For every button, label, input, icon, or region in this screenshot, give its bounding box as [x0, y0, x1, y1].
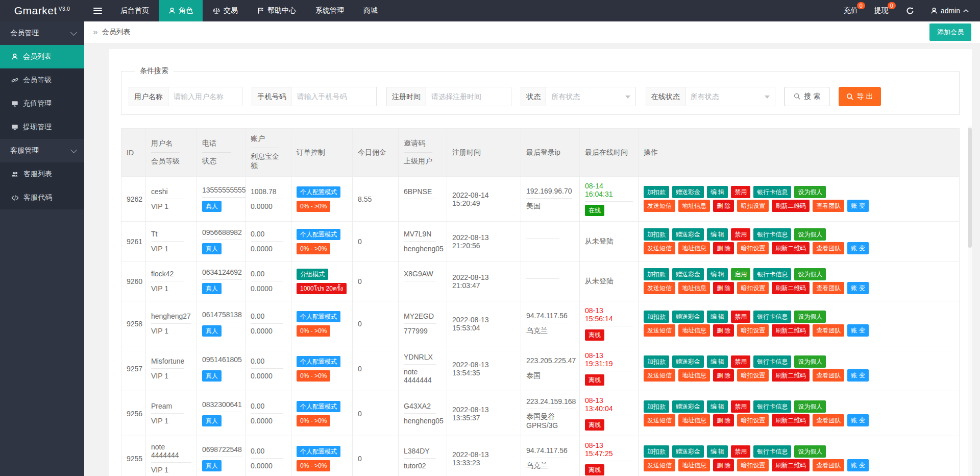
action-gift-bonus[interactable]: 赠送彩金 [672, 268, 704, 280]
action-gift-bonus[interactable]: 赠送彩金 [672, 400, 704, 413]
nav-item-dashboard[interactable]: 后台首页 [111, 0, 159, 21]
nav-item-mall[interactable]: 商城 [354, 0, 387, 21]
action-adjust-balance[interactable]: 加扣款 [644, 186, 669, 198]
action-refresh-qrcode[interactable]: 刷新二维码 [772, 369, 810, 382]
action-send-sms[interactable]: 发送短信 [644, 459, 675, 471]
action-account-change[interactable]: 账 变 [847, 369, 868, 382]
sidebar-item-member-list[interactable]: 会员列表 [0, 45, 84, 68]
action-set-fake-user[interactable]: 设为假人 [794, 186, 826, 198]
username-filter-input[interactable] [168, 87, 242, 106]
action-delete[interactable]: 删 除 [713, 282, 734, 294]
action-bank-card-info[interactable]: 银行卡信息 [753, 355, 791, 368]
action-toggle-status[interactable]: 禁用 [731, 311, 750, 323]
action-gift-bonus[interactable]: 赠送彩金 [672, 311, 704, 323]
action-delete[interactable]: 删 除 [713, 242, 734, 254]
sidebar-item-member-level[interactable]: 会员等级 [0, 68, 84, 92]
table-scrollbar[interactable] [968, 126, 972, 476]
action-gift-bonus[interactable]: 赠送彩金 [672, 186, 704, 198]
sidebar-item-service-code[interactable]: 客服代码 [0, 186, 84, 209]
nav-item-trade[interactable]: 交易 [203, 0, 248, 21]
action-delete[interactable]: 删 除 [713, 369, 734, 382]
action-toggle-status[interactable]: 禁用 [731, 228, 750, 241]
action-refresh-qrcode[interactable]: 刷新二维码 [772, 414, 810, 426]
recharge-button[interactable]: 充值 0 [836, 0, 866, 21]
action-address-info[interactable]: 地址信息 [678, 282, 710, 294]
action-send-sms[interactable]: 发送短信 [644, 242, 675, 254]
search-button[interactable]: 搜 索 [785, 87, 829, 106]
action-edit[interactable]: 编 辑 [707, 268, 728, 280]
action-delete[interactable]: 删 除 [713, 200, 734, 212]
action-gift-bonus[interactable]: 赠送彩金 [672, 228, 704, 241]
action-adjust-balance[interactable]: 加扣款 [644, 445, 669, 458]
action-account-change[interactable]: 账 变 [847, 282, 868, 294]
action-bank-card-info[interactable]: 银行卡信息 [753, 186, 791, 198]
action-set-fake-user[interactable]: 设为假人 [794, 311, 826, 323]
action-send-sms[interactable]: 发送短信 [644, 369, 675, 382]
action-view-team[interactable]: 查看团队 [813, 414, 844, 426]
action-hidden-deduction[interactable]: 暗扣设置 [737, 200, 769, 212]
action-refresh-qrcode[interactable]: 刷新二维码 [772, 282, 810, 294]
action-hidden-deduction[interactable]: 暗扣设置 [737, 369, 769, 382]
action-refresh-qrcode[interactable]: 刷新二维码 [772, 324, 810, 337]
nav-item-roles[interactable]: 角色 [159, 0, 203, 21]
action-bank-card-info[interactable]: 银行卡信息 [753, 445, 791, 458]
withdraw-button[interactable]: 提现 0 [866, 0, 897, 21]
action-edit[interactable]: 编 辑 [707, 228, 728, 241]
export-button[interactable]: 导 出 [839, 87, 881, 106]
action-bank-card-info[interactable]: 银行卡信息 [753, 311, 791, 323]
action-adjust-balance[interactable]: 加扣款 [644, 228, 669, 241]
action-set-fake-user[interactable]: 设为假人 [794, 400, 826, 413]
online-status-filter-select[interactable]: 所有状态 [685, 87, 775, 106]
action-send-sms[interactable]: 发送短信 [644, 414, 675, 426]
action-view-team[interactable]: 查看团队 [813, 369, 844, 382]
status-filter-select[interactable]: 所有状态 [546, 87, 636, 106]
action-adjust-balance[interactable]: 加扣款 [644, 355, 669, 368]
action-set-fake-user[interactable]: 设为假人 [794, 445, 826, 458]
action-address-info[interactable]: 地址信息 [678, 459, 710, 471]
phone-filter-input[interactable] [291, 87, 377, 106]
action-delete[interactable]: 删 除 [713, 324, 734, 337]
action-adjust-balance[interactable]: 加扣款 [644, 311, 669, 323]
action-view-team[interactable]: 查看团队 [813, 242, 844, 254]
sidebar-item-recharge-management[interactable]: 充值管理 [0, 92, 84, 115]
action-bank-card-info[interactable]: 银行卡信息 [753, 400, 791, 413]
action-send-sms[interactable]: 发送短信 [644, 200, 675, 212]
action-toggle-status[interactable]: 禁用 [731, 400, 750, 413]
action-account-change[interactable]: 账 变 [847, 200, 868, 212]
action-bank-card-info[interactable]: 银行卡信息 [753, 268, 791, 280]
action-view-team[interactable]: 查看团队 [813, 459, 844, 471]
action-toggle-status[interactable]: 禁用 [731, 186, 750, 198]
action-send-sms[interactable]: 发送短信 [644, 324, 675, 337]
action-send-sms[interactable]: 发送短信 [644, 282, 675, 294]
action-address-info[interactable]: 地址信息 [678, 242, 710, 254]
action-gift-bonus[interactable]: 赠送彩金 [672, 445, 704, 458]
action-address-info[interactable]: 地址信息 [678, 369, 710, 382]
action-edit[interactable]: 编 辑 [707, 400, 728, 413]
sidebar-section-service-management[interactable]: 客服管理 [0, 139, 84, 162]
user-menu[interactable]: admin [923, 0, 980, 21]
action-hidden-deduction[interactable]: 暗扣设置 [737, 324, 769, 337]
action-set-fake-user[interactable]: 设为假人 [794, 268, 826, 280]
action-address-info[interactable]: 地址信息 [678, 200, 710, 212]
action-view-team[interactable]: 查看团队 [813, 282, 844, 294]
action-hidden-deduction[interactable]: 暗扣设置 [737, 414, 769, 426]
action-refresh-qrcode[interactable]: 刷新二维码 [772, 242, 810, 254]
sidebar-item-service-list[interactable]: 客服列表 [0, 162, 84, 186]
action-account-change[interactable]: 账 变 [847, 242, 868, 254]
action-edit[interactable]: 编 辑 [707, 355, 728, 368]
action-gift-bonus[interactable]: 赠送彩金 [672, 355, 704, 368]
action-delete[interactable]: 删 除 [713, 459, 734, 471]
action-edit[interactable]: 编 辑 [707, 445, 728, 458]
action-edit[interactable]: 编 辑 [707, 311, 728, 323]
action-toggle-status[interactable]: 禁用 [731, 445, 750, 458]
nav-item-system[interactable]: 系统管理 [306, 0, 354, 21]
regtime-filter-input[interactable] [426, 87, 511, 106]
action-address-info[interactable]: 地址信息 [678, 414, 710, 426]
action-account-change[interactable]: 账 变 [847, 459, 868, 471]
action-address-info[interactable]: 地址信息 [678, 324, 710, 337]
action-delete[interactable]: 删 除 [713, 414, 734, 426]
action-view-team[interactable]: 查看团队 [813, 200, 844, 212]
action-refresh-qrcode[interactable]: 刷新二维码 [772, 459, 810, 471]
action-edit[interactable]: 编 辑 [707, 186, 728, 198]
action-hidden-deduction[interactable]: 暗扣设置 [737, 282, 769, 294]
